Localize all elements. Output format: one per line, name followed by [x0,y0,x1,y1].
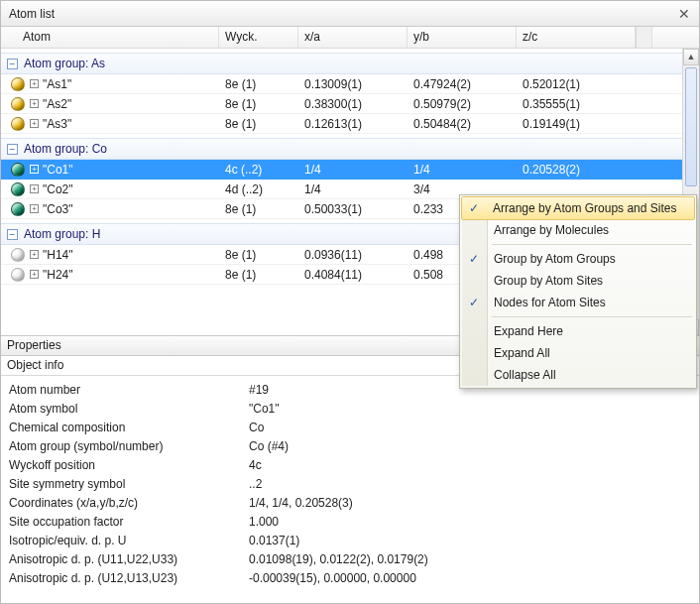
property-label: Anisotropic d. p. (U11,U22,U33) [1,552,245,566]
col-header-yb[interactable]: y/b [408,27,517,48]
group-title: As [24,57,105,70]
header-scroll-spacer [636,27,652,48]
cell-yb: 0.50484(2) [408,115,517,133]
table-row[interactable]: +"As2"8e (1)0.38300(1)0.50979(2)0.35555(… [1,94,699,114]
property-label: Coordinates (x/a,y/b,z/c) [1,496,245,510]
property-value: 0.01098(19), 0.0122(2), 0.0179(2) [245,552,699,566]
property-value: -0.00039(15), 0.00000, 0.00000 [245,571,699,585]
property-label: Site occupation factor [1,515,245,529]
grid-header: Atom Wyck. x/a y/b z/c [1,27,699,49]
property-row: Anisotropic d. p. (U12,U13,U23)-0.00039(… [1,568,699,587]
cell-zc: 0.20528(2) [517,161,636,179]
titlebar: Atom list ✕ [1,1,699,27]
atom-label: "H24" [43,268,73,282]
property-row: Site occupation factor1.000 [1,512,699,531]
property-label: Atom group (symbol/number) [1,439,245,453]
property-row: Atom group (symbol/number)Co (#4) [1,436,699,455]
property-value: 0.0137(1) [245,534,699,547]
property-label: Atom number [1,383,245,397]
expand-icon[interactable]: + [30,270,39,279]
atom-label: "As3" [43,117,71,131]
expand-icon[interactable]: + [30,204,39,213]
group-row[interactable]: −As [1,53,699,74]
table-row[interactable]: +"As1"8e (1)0.13009(1)0.47924(2)0.52012(… [1,74,699,94]
property-value: 1.000 [245,515,699,529]
group-row[interactable]: −Co [1,138,699,160]
cell-wyck: 8e (1) [219,75,298,93]
menu-item[interactable]: Group by Atom Groups [462,248,694,270]
cell-yb: 0.50979(2) [408,95,517,113]
expand-icon[interactable]: + [30,119,39,128]
atom-label: "H14" [43,248,73,262]
atom-ball-icon [11,163,25,177]
group-title: Co [24,142,107,156]
context-menu[interactable]: Arrange by Atom Groups and SitesArrange … [459,194,697,389]
property-value: 1/4, 1/4, 0.20528(3) [245,496,699,510]
window-title: Atom list [9,7,675,21]
atom-ball-icon [11,248,25,262]
menu-item[interactable]: Group by Atom Sites [462,270,694,292]
property-label: Anisotropic d. p. (U12,U13,U23) [1,571,245,585]
cell-zc [517,187,636,191]
table-row[interactable]: +"Co1"4c (..2)1/41/40.20528(2) [1,160,699,180]
cell-zc: 0.19149(1) [517,115,636,133]
group-title: H [24,227,100,241]
property-label: Isotropic/equiv. d. p. U [1,534,245,547]
cell-xa: 0.13009(1) [298,75,408,93]
col-header-zc[interactable]: z/c [517,27,636,48]
atom-label: "Co3" [43,202,73,216]
property-row: Chemical compositionCo [1,418,699,436]
cell-wyck: 4c (..2) [219,161,298,179]
property-label: Chemical composition [1,421,245,434]
menu-item[interactable]: Arrange by Molecules [462,219,694,241]
scroll-up-arrow-icon[interactable]: ▲ [683,49,699,65]
property-row: Atom symbol"Co1" [1,399,699,418]
collapse-icon[interactable]: − [7,59,18,69]
cell-wyck: 8e (1) [219,246,298,264]
cell-xa: 0.4084(11) [298,266,408,284]
table-row[interactable]: +"As3"8e (1)0.12613(1)0.50484(2)0.19149(… [1,114,699,134]
cell-xa: 1/4 [298,161,408,179]
cell-wyck: 8e (1) [219,266,298,284]
cell-yb: 1/4 [408,161,517,179]
expand-icon[interactable]: + [30,184,39,193]
cell-zc: 0.52012(1) [517,75,636,93]
cell-wyck: 8e (1) [219,95,298,113]
collapse-icon[interactable]: − [7,144,18,155]
cell-xa: 0.0936(11) [298,246,408,264]
cell-zc: 0.35555(1) [517,95,636,113]
expand-icon[interactable]: + [30,79,39,88]
col-header-atom[interactable]: Atom [1,27,219,48]
atom-list-window: Atom list ✕ Atom Wyck. x/a y/b z/c −As+"… [0,0,700,604]
menu-item[interactable]: Nodes for Atom Sites [462,292,694,313]
menu-separator [492,316,692,317]
menu-item[interactable]: Collapse All [462,364,694,386]
col-header-xa[interactable]: x/a [298,27,408,48]
atom-label: "As1" [43,77,71,91]
scroll-thumb[interactable] [685,67,697,186]
menu-item[interactable]: Expand Here [462,320,694,342]
property-row: Anisotropic d. p. (U11,U22,U33)0.01098(1… [1,549,699,568]
atom-ball-icon [11,182,25,196]
property-row: Site symmetry symbol..2 [1,474,699,493]
expand-icon[interactable]: + [30,165,39,174]
cell-xa: 0.50033(1) [298,200,408,218]
property-value: 4c [245,458,699,472]
col-header-wyck[interactable]: Wyck. [219,27,298,48]
property-label: Wyckoff position [1,458,245,472]
atom-label: "Co2" [43,182,73,196]
cell-yb: 0.47924(2) [408,75,517,93]
collapse-icon[interactable]: − [7,229,18,240]
expand-icon[interactable]: + [30,250,39,259]
property-value: Co (#4) [245,439,699,453]
property-row: Wyckoff position4c [1,455,699,474]
atom-ball-icon [11,202,25,216]
atom-ball-icon [11,117,25,131]
cell-xa: 0.12613(1) [298,115,408,133]
menu-item[interactable]: Arrange by Atom Groups and Sites [461,196,695,220]
atom-label: "As2" [43,97,71,111]
menu-item[interactable]: Expand All [462,342,694,364]
close-button[interactable]: ✕ [675,5,693,23]
expand-icon[interactable]: + [30,99,39,108]
property-value: "Co1" [245,402,699,416]
